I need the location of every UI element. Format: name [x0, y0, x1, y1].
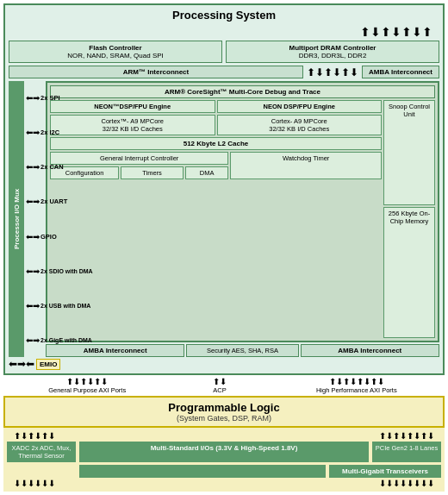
- processing-system-box: Processing System ⬆⬇⬆⬇⬆⬇⬆ Flash Controll…: [3, 3, 445, 375]
- main-wrapper: Processing System ⬆⬇⬆⬇⬆⬇⬆ Flash Controll…: [0, 0, 448, 495]
- pl-title: Programmable Logic: [9, 401, 439, 414]
- flash-controller-box: Flash Controller NOR, NAND, SRAM, Quad S…: [9, 41, 222, 63]
- onchip-memory-box: 256 Kbyte On-Chip Memory: [383, 207, 435, 338]
- neon-right-box: NEON DSP/FPU Engine: [217, 100, 383, 113]
- dram-arrows: ⬆⬇⬆⬇⬆⬇⬆: [360, 25, 432, 39]
- io-can: 2x CAN: [40, 163, 64, 171]
- amba-bottom-right-box: AMBA Interconnect: [301, 344, 439, 357]
- watchdog-box: Watchdog Timer: [230, 152, 382, 179]
- vb-left-arrows: ⬇⬇⬇⬇⬇⬇: [14, 479, 55, 488]
- neon-left-box: NEON™DSP/FPU Engine: [50, 100, 215, 113]
- io-spi: 2x SPI: [40, 94, 60, 102]
- amba-bottom-left-box: AMBA Interconnect: [46, 344, 184, 357]
- processing-system-title: Processing System: [9, 9, 439, 22]
- dram-controller-label: Multiport DRAM Controller: [231, 44, 434, 52]
- snoop-control-box: Snoop Control Unit: [383, 100, 435, 205]
- center-area: ARM® CoreSight™ Multi-Core Debug and Tra…: [46, 81, 439, 357]
- bottom-section: ⬆⬇⬆⬇⬆⬇ ⬆⬇⬆⬇⬆⬇⬆⬇ XADC 2x ADC, Mux, Therma…: [3, 428, 445, 492]
- emio-label: EMIO: [36, 359, 60, 370]
- acp-port: ⬆⬇ ACP: [204, 377, 234, 394]
- io-labels-list: ⬅➡ 2x SPI ⬅➡ 2x I2C ⬅➡ 2x CAN ⬅➡ 2x UART: [26, 81, 43, 357]
- arm-coresight-box: ARM® CoreSight™ Multi-Core Debug and Tra…: [46, 81, 439, 342]
- dram-controller-detail: DDR3, DDR3L, DDR2: [231, 52, 434, 60]
- general-purpose-ports: ⬆⬇⬆⬇⬆⬇ General Purpose AXI Ports: [44, 377, 130, 394]
- emio-row: ⬅➡⬅ EMIO: [9, 358, 439, 370]
- xadc-box: XADC 2x ADC, Mux, Thermal Sensor: [7, 442, 76, 462]
- amba-bottom-row: AMBA Interconnect Security AES, SHA, RSA…: [46, 344, 439, 357]
- io-sdio: 2x SDIO with DMA: [40, 268, 93, 274]
- interrupt-controller-box: General Interrupt Controller: [50, 152, 228, 165]
- dram-controller-box: Multiport DRAM Controller DDR3, DDR3L, D…: [226, 41, 439, 63]
- pcie-box: PCIe Gen2 1-8 Lanes: [372, 442, 441, 462]
- multi-gigabit-box: Multi-Gigabit Transceivers: [329, 465, 441, 478]
- io-gpio: GPIO: [40, 233, 57, 241]
- flash-controller-label: Flash Controller: [14, 44, 217, 52]
- bottom-arrows-row: ⬆⬇⬆⬇⬆⬇ ⬆⬇⬆⬇⬆⬇⬆⬇: [7, 430, 441, 442]
- security-box: Security AES, SHA, RSA: [186, 344, 298, 357]
- amba-top-left: ARM™ Interconnect: [9, 66, 303, 78]
- cortex-right-box: Cortex- A9 MPCore 32/32 KB I/D Caches: [217, 115, 383, 135]
- bottom-left-arrows: ⬆⬇⬆⬇⬆⬇: [14, 431, 55, 441]
- amba-arrows-mid: ⬆⬇⬆⬇⬆⬇: [307, 66, 358, 78]
- bottom-right-arrows: ⬆⬇⬆⬇⬆⬇⬆⬇: [379, 431, 434, 441]
- amba-top-right: AMBA Interconnect: [362, 66, 439, 78]
- left-io-section: Processor I/O Mux ⬅➡ 2x SPI ⬅➡ 2x I2C ⬅➡…: [9, 81, 43, 357]
- timers-box: Timers: [121, 166, 184, 179]
- high-performance-ports: ⬆⬇⬆⬇⬆⬇⬆⬇ High Performance AXI Ports: [309, 377, 404, 394]
- flash-controller-detail: NOR, NAND, SRAM, Quad SPI: [14, 52, 217, 60]
- bottom-blocks-row: XADC 2x ADC, Mux, Thermal Sensor Multi-S…: [7, 442, 441, 462]
- multi-standard-io-box: Multi-Standard I/Os (3.3V & High-Speed 1…: [79, 442, 369, 462]
- ports-row: ⬆⬇⬆⬇⬆⬇ General Purpose AXI Ports ⬆⬇ ACP …: [3, 375, 445, 396]
- l2-cache-box: 512 Kbyte L2 Cache: [50, 137, 382, 150]
- cortex-left-box: Cortex™- A9 MPCore 32/32 KB I/D Caches: [50, 115, 215, 135]
- io-i2c: 2x I2C: [40, 128, 59, 136]
- io-gige: 2x GigE with DMA: [40, 337, 92, 343]
- processor-io-mux-label: Processor I/O Mux: [9, 81, 24, 357]
- io-uart: 2x UART: [40, 197, 67, 205]
- dma-box: DMA: [185, 166, 228, 179]
- bottom-transceivers-row: Multi-Gigabit Transceivers: [7, 465, 441, 478]
- very-bottom-arrows: ⬇⬇⬇⬇⬇⬇ ⬇⬇⬇⬇⬇⬇⬇⬇: [7, 478, 441, 489]
- pl-subtitle: (System Gates, DSP, RAM): [9, 414, 439, 423]
- io-usb: 2x USB with DMA: [40, 303, 90, 309]
- vb-right-arrows: ⬇⬇⬇⬇⬇⬇⬇⬇: [379, 479, 434, 488]
- multi-standard-io-2: [79, 465, 326, 478]
- programmable-logic-box: Programmable Logic (System Gates, DSP, R…: [3, 396, 445, 428]
- coresight-title: ARM® CoreSight™ Multi-Core Debug and Tra…: [50, 85, 435, 98]
